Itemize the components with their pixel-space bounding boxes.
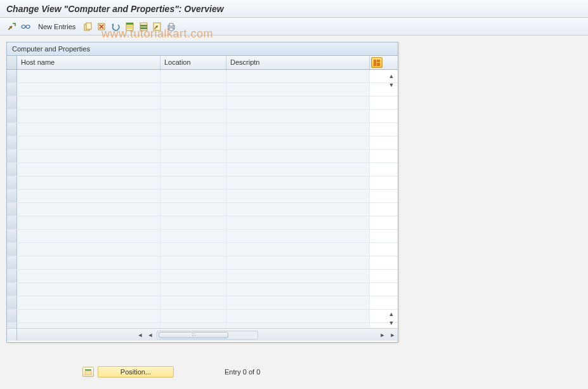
cell-hostname[interactable] [17, 256, 160, 269]
cell-hostname[interactable] [17, 243, 160, 256]
cell-hostname[interactable] [17, 110, 160, 122]
position-button[interactable]: Position... [82, 366, 174, 378]
row-selector[interactable] [7, 83, 17, 96]
cell-hostname[interactable] [17, 296, 160, 309]
row-selector[interactable] [7, 310, 17, 322]
cell-hostname[interactable] [17, 123, 160, 136]
cell-hostname[interactable] [17, 163, 160, 176]
cell-hostname[interactable] [17, 216, 160, 229]
toggle-display-icon[interactable] [6, 21, 18, 32]
cell-hostname[interactable] [17, 150, 160, 162]
row-selector[interactable] [7, 203, 17, 216]
row-selector[interactable] [7, 123, 17, 136]
cell-hostname[interactable] [17, 203, 160, 216]
new-entries-button[interactable]: New Entries [34, 23, 79, 30]
cell-description[interactable] [226, 256, 370, 269]
cell-description[interactable] [226, 163, 370, 176]
cell-location[interactable] [160, 203, 226, 216]
column-header-description[interactable]: Descriptn [226, 56, 370, 69]
cell-description[interactable] [226, 150, 370, 162]
copy-icon[interactable] [82, 21, 93, 32]
cell-hostname[interactable] [17, 230, 160, 242]
cell-hostname[interactable] [17, 136, 160, 149]
cell-description[interactable] [226, 70, 370, 82]
cell-location[interactable] [160, 296, 226, 309]
row-selector[interactable] [7, 283, 17, 296]
column-header-hostname[interactable]: Host name [17, 56, 160, 69]
select-all-icon[interactable] [124, 21, 135, 32]
scroll-last-icon[interactable]: ► [388, 330, 398, 340]
column-header-location[interactable]: Location [160, 56, 226, 69]
row-selector[interactable] [7, 163, 17, 176]
row-selector[interactable] [7, 110, 17, 122]
cell-description[interactable] [226, 110, 370, 122]
delete-icon[interactable] [96, 21, 107, 32]
row-selector[interactable] [7, 70, 17, 82]
cell-location[interactable] [160, 83, 226, 96]
row-selector[interactable] [7, 176, 17, 189]
cell-location[interactable] [160, 230, 226, 242]
deselect-icon[interactable] [152, 21, 163, 32]
cell-location[interactable] [160, 163, 226, 176]
row-selector[interactable] [7, 270, 17, 282]
cell-hostname[interactable] [17, 96, 160, 109]
cell-location[interactable] [160, 70, 226, 82]
row-selector[interactable] [7, 150, 17, 162]
table-settings-icon[interactable] [371, 57, 382, 68]
cell-description[interactable] [226, 243, 370, 256]
cell-location[interactable] [160, 270, 226, 282]
row-selector[interactable] [7, 296, 17, 309]
cell-location[interactable] [160, 243, 226, 256]
other-view-icon[interactable] [20, 21, 32, 32]
cell-description[interactable] [226, 176, 370, 189]
cell-description[interactable] [226, 323, 370, 328]
cell-hostname[interactable] [17, 176, 160, 189]
cell-location[interactable] [160, 310, 226, 322]
cell-location[interactable] [160, 283, 226, 296]
cell-description[interactable] [226, 310, 370, 322]
horizontal-scroll-thumb[interactable]: ∷ [159, 332, 228, 338]
cell-hostname[interactable] [17, 190, 160, 202]
cell-description[interactable] [226, 96, 370, 109]
cell-description[interactable] [226, 190, 370, 202]
cell-location[interactable] [160, 256, 226, 269]
cell-location[interactable] [160, 136, 226, 149]
cell-hostname[interactable] [17, 283, 160, 296]
scroll-down-icon[interactable]: ▼ [387, 319, 396, 327]
row-selector[interactable] [7, 230, 17, 242]
cell-description[interactable] [226, 136, 370, 149]
cell-description[interactable] [226, 83, 370, 96]
cell-location[interactable] [160, 150, 226, 162]
cell-hostname[interactable] [17, 310, 160, 322]
cell-hostname[interactable] [17, 70, 160, 82]
row-selector[interactable] [7, 243, 17, 256]
select-block-icon[interactable] [138, 21, 149, 32]
scroll-down-icon[interactable]: ▼ [387, 81, 396, 89]
cell-location[interactable] [160, 110, 226, 122]
undo-icon[interactable] [110, 21, 121, 32]
cell-location[interactable] [160, 216, 226, 229]
row-selector[interactable] [7, 256, 17, 269]
scroll-first-icon[interactable]: ◄ [135, 330, 145, 340]
cell-description[interactable] [226, 230, 370, 242]
row-selector-header[interactable] [7, 56, 17, 69]
horizontal-scroll-track[interactable]: ∷ [157, 331, 258, 340]
cell-hostname[interactable] [17, 83, 160, 96]
scroll-up-icon[interactable]: ▲ [387, 72, 396, 81]
cell-description[interactable] [226, 296, 370, 309]
cell-hostname[interactable] [17, 270, 160, 282]
row-selector[interactable] [7, 216, 17, 229]
cell-location[interactable] [160, 96, 226, 109]
row-selector[interactable] [7, 136, 17, 149]
row-selector[interactable] [7, 96, 17, 109]
cell-description[interactable] [226, 123, 370, 136]
cell-description[interactable] [226, 270, 370, 282]
cell-location[interactable] [160, 323, 226, 328]
cell-location[interactable] [160, 123, 226, 136]
scroll-up-icon[interactable]: ▲ [387, 310, 396, 319]
cell-description[interactable] [226, 283, 370, 296]
scroll-left-icon[interactable]: ◄ [145, 330, 155, 340]
cell-location[interactable] [160, 190, 226, 202]
scroll-right-icon[interactable]: ► [377, 330, 388, 340]
cell-description[interactable] [226, 216, 370, 229]
